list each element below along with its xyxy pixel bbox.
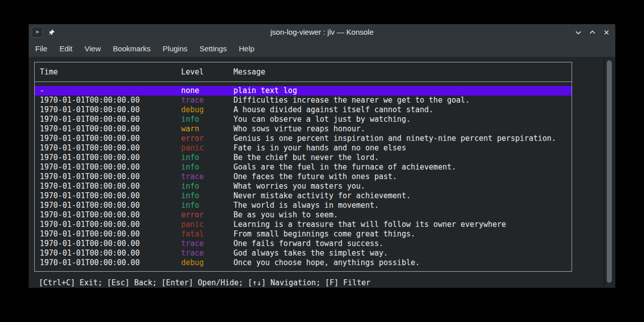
- cell-level: trace: [181, 239, 204, 249]
- cell-message: Learning is a treasure that will follow …: [233, 220, 506, 229]
- cell-time: 1970-01-01T00:00:00.00: [40, 134, 140, 143]
- header-separator: [35, 82, 572, 82]
- cell-message: One faces the future with ones past.: [233, 172, 397, 182]
- cell-level: info: [181, 153, 199, 163]
- cell-level: panic: [181, 143, 204, 153]
- cell-level: info: [181, 115, 199, 124]
- cell-time: 1970-01-01T00:00:00.00: [40, 115, 140, 124]
- konsole-app-icon[interactable]: >: [32, 27, 43, 38]
- terminal-viewport[interactable]: Time Level Message - none plain text log…: [29, 57, 615, 288]
- menu-item-help[interactable]: Help: [233, 40, 261, 57]
- cell-message: What worries you masters you.: [233, 182, 365, 191]
- maximize-button[interactable]: [588, 28, 597, 37]
- table-row[interactable]: 1970-01-01T00:00:00.00 trace God always …: [35, 249, 572, 258]
- cell-message: Goals are the fuel in the furnace of ach…: [233, 163, 456, 172]
- table-row[interactable]: 1970-01-01T00:00:00.00 info Goals are th…: [35, 163, 572, 172]
- cell-time: 1970-01-01T00:00:00.00: [40, 143, 140, 153]
- cell-time: 1970-01-01T00:00:00.00: [40, 220, 140, 229]
- pin-icon[interactable]: [47, 28, 56, 37]
- cell-message: Genius is one percent inspiration and ni…: [233, 134, 556, 143]
- titlebar-left: >: [32, 24, 56, 40]
- table-row[interactable]: 1970-01-01T00:00:00.00 debug A house div…: [35, 105, 572, 115]
- cell-message: Who sows virtue reaps honour.: [233, 124, 365, 134]
- menu-item-view[interactable]: View: [78, 40, 107, 57]
- cell-level: error: [181, 210, 204, 220]
- cell-message: Be the chief but never the lord.: [233, 153, 379, 163]
- table-row[interactable]: 1970-01-01T00:00:00.00 info Be the chief…: [35, 153, 572, 163]
- status-bar: [Ctrl+C] Exit; [Esc] Back; [Enter] Open/…: [39, 278, 370, 288]
- cell-time: 1970-01-01T00:00:00.00: [40, 239, 140, 249]
- table-row[interactable]: 1970-01-01T00:00:00.00 info What worries…: [35, 182, 572, 191]
- cell-level: panic: [181, 220, 204, 229]
- cell-message: plain text log: [233, 86, 297, 96]
- cell-time: -: [40, 86, 44, 96]
- table-row[interactable]: 1970-01-01T00:00:00.00 fatal From small …: [35, 229, 572, 239]
- table-row[interactable]: 1970-01-01T00:00:00.00 panic Fate is in …: [35, 143, 572, 153]
- table-row[interactable]: 1970-01-01T00:00:00.00 error Genius is o…: [35, 134, 572, 143]
- cell-level: info: [181, 201, 199, 210]
- titlebar[interactable]: > json-log-viewer : jlv — Konsole: [29, 24, 615, 40]
- menu-item-bookmarks[interactable]: Bookmarks: [107, 40, 156, 57]
- window-controls: [574, 24, 611, 40]
- header-time: Time: [40, 67, 58, 77]
- menu-item-plugins[interactable]: Plugins: [156, 40, 193, 57]
- cell-message: One fails forward toward success.: [233, 239, 383, 249]
- log-table: Time Level Message - none plain text log…: [34, 62, 572, 272]
- cell-level: info: [181, 182, 199, 191]
- cell-time: 1970-01-01T00:00:00.00: [40, 182, 140, 191]
- table-header: Time Level Message: [35, 67, 572, 77]
- cell-time: 1970-01-01T00:00:00.00: [40, 105, 140, 115]
- scrollbar-thumb[interactable]: [607, 60, 612, 283]
- cell-message: You can observe a lot just by watching.: [233, 115, 411, 124]
- cell-level: error: [181, 134, 204, 143]
- table-row[interactable]: - none plain text log: [35, 86, 572, 96]
- table-row[interactable]: 1970-01-01T00:00:00.00 trace One fails f…: [35, 239, 572, 249]
- scrollbar[interactable]: [605, 57, 615, 288]
- table-body: - none plain text log 1970-01-01T00:00:0…: [35, 86, 572, 268]
- header-message: Message: [233, 67, 265, 77]
- cell-level: trace: [181, 96, 204, 105]
- cell-time: 1970-01-01T00:00:00.00: [40, 124, 140, 134]
- cell-level: debug: [181, 105, 204, 115]
- cell-message: From small beginnings come great things.: [233, 229, 415, 239]
- cell-level: trace: [181, 172, 204, 182]
- cell-time: 1970-01-01T00:00:00.00: [40, 172, 140, 182]
- cell-level: info: [181, 163, 199, 172]
- cell-time: 1970-01-01T00:00:00.00: [40, 229, 140, 239]
- konsole-window: > json-log-viewer : jlv — Konsole: [29, 24, 615, 288]
- cell-time: 1970-01-01T00:00:00.00: [40, 96, 140, 105]
- close-button[interactable]: [602, 28, 611, 37]
- table-row[interactable]: 1970-01-01T00:00:00.00 warn Who sows vir…: [35, 124, 572, 134]
- menu-item-file[interactable]: File: [29, 40, 53, 57]
- cell-message: Never mistake activity for achievement.: [233, 191, 411, 201]
- cell-time: 1970-01-01T00:00:00.00: [40, 153, 140, 163]
- table-row[interactable]: 1970-01-01T00:00:00.00 error Be as you w…: [35, 210, 572, 220]
- cell-level: trace: [181, 249, 204, 258]
- header-level: Level: [181, 67, 204, 77]
- cell-message: God always takes the simplest way.: [233, 249, 388, 258]
- table-row[interactable]: 1970-01-01T00:00:00.00 trace One faces t…: [35, 172, 572, 182]
- table-row[interactable]: 1970-01-01T00:00:00.00 trace Difficultie…: [35, 96, 572, 105]
- cell-time: 1970-01-01T00:00:00.00: [40, 258, 140, 268]
- cell-message: The world is always in movement.: [233, 201, 379, 210]
- table-row[interactable]: 1970-01-01T00:00:00.00 info The world is…: [35, 201, 572, 210]
- table-row[interactable]: 1970-01-01T00:00:00.00 info You can obse…: [35, 115, 572, 124]
- cell-level: info: [181, 191, 199, 201]
- table-row[interactable]: 1970-01-01T00:00:00.00 debug Once you ch…: [35, 258, 572, 268]
- cell-message: Fate is in your hands and no one elses: [233, 143, 406, 153]
- cell-time: 1970-01-01T00:00:00.00: [40, 210, 140, 220]
- cell-time: 1970-01-01T00:00:00.00: [40, 249, 140, 258]
- menu-item-edit[interactable]: Edit: [53, 40, 78, 57]
- menubar: FileEditViewBookmarksPluginsSettingsHelp: [29, 40, 615, 57]
- window-title: json-log-viewer : jlv — Konsole: [89, 24, 555, 40]
- menu-item-settings[interactable]: Settings: [194, 40, 233, 57]
- cell-message: Once you choose hope, anythings possible…: [233, 258, 420, 268]
- cell-message: A house divided against itself cannot st…: [233, 105, 433, 115]
- cell-time: 1970-01-01T00:00:00.00: [40, 191, 140, 201]
- desktop-background: > json-log-viewer : jlv — Konsole: [0, 0, 644, 322]
- minimize-button[interactable]: [574, 28, 583, 37]
- cell-level: fatal: [181, 229, 204, 239]
- table-row[interactable]: 1970-01-01T00:00:00.00 info Never mistak…: [35, 191, 572, 201]
- cell-level: debug: [181, 258, 204, 268]
- table-row[interactable]: 1970-01-01T00:00:00.00 panic Learning is…: [35, 220, 572, 229]
